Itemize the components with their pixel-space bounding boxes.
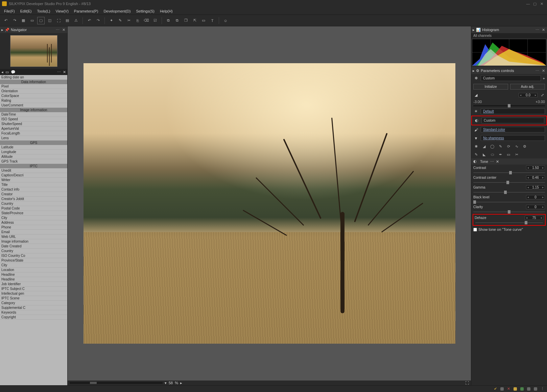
export-icon[interactable]: ⎘ xyxy=(134,17,141,24)
navigator-thumbnail[interactable] xyxy=(0,33,67,69)
info-icon[interactable]: ▤ xyxy=(64,17,71,24)
panel-close-icon[interactable]: ✕ xyxy=(541,28,546,32)
step-down-icon[interactable]: ◂ xyxy=(519,94,522,97)
compare-icon[interactable]: ▭ xyxy=(28,17,36,24)
tab-menu-icon[interactable]: ⋯ xyxy=(57,70,61,74)
menu-file[interactable]: File(F) xyxy=(1,8,18,14)
menu-help[interactable]: Help(H) xyxy=(157,8,175,14)
sharpen-icon[interactable]: ✎ xyxy=(498,144,503,149)
panel-menu-icon[interactable]: ⋯ xyxy=(535,69,540,73)
user-icon[interactable]: ☺ xyxy=(222,17,229,24)
collapse-icon[interactable]: ▸ xyxy=(1,28,3,32)
wedge-icon[interactable]: ◣ xyxy=(481,152,487,157)
tone-preset-dropdown[interactable]: Custom xyxy=(481,118,544,123)
status-menu-icon[interactable]: ⋮ xyxy=(541,387,544,391)
pen-icon[interactable]: ✒ xyxy=(498,152,503,157)
status-cancel-icon[interactable]: ✕ xyxy=(507,387,510,391)
lens-icon[interactable]: ⬭ xyxy=(490,152,495,157)
show-tone-checkbox-row[interactable]: Show tone on "Tone curve" xyxy=(471,226,547,233)
step-up-icon[interactable]: ▸ xyxy=(534,94,537,97)
curve-icon[interactable]: ◢ xyxy=(481,144,487,149)
close-button[interactable]: ✕ xyxy=(538,2,545,6)
expand-icon[interactable]: ⤢ xyxy=(540,92,545,98)
menu-view[interactable]: View(V) xyxy=(53,8,71,14)
mask-icon[interactable]: ▭ xyxy=(506,152,511,157)
maximize-button[interactable]: ▢ xyxy=(531,2,538,6)
image-canvas[interactable] xyxy=(68,26,471,381)
eyedrop-icon[interactable]: ✎ xyxy=(473,152,479,157)
status-dot-grey[interactable] xyxy=(500,387,504,391)
status-dot-yellow[interactable] xyxy=(514,387,517,391)
brush-tool-icon[interactable]: ✎ xyxy=(116,17,124,24)
black-level-slider[interactable] xyxy=(473,200,545,204)
show-tone-checkbox[interactable] xyxy=(473,228,477,231)
redo-icon[interactable]: ↷ xyxy=(94,17,102,24)
contrast-slider[interactable] xyxy=(473,171,545,174)
highlight-icon[interactable]: ✺ xyxy=(473,144,479,149)
panel-close-icon[interactable]: ✕ xyxy=(496,160,499,164)
undo-icon[interactable]: ↶ xyxy=(86,17,93,24)
collapse-icon[interactable]: ▸ xyxy=(473,69,475,73)
wb-dropdown[interactable]: Default xyxy=(481,108,545,114)
zoom-increase[interactable]: ▸ xyxy=(180,381,182,385)
contrast-stepper[interactable]: ◂1.50▸ xyxy=(526,166,545,170)
pin-icon[interactable]: 📌 xyxy=(5,28,9,32)
blur-icon[interactable]: ◯ xyxy=(490,144,495,149)
auto-adjust-button[interactable]: Auto adj. xyxy=(510,84,545,90)
panel-menu-icon[interactable]: ⋯ xyxy=(490,160,494,164)
clarity-slider[interactable] xyxy=(473,210,545,214)
fit-icon[interactable]: ⛶ xyxy=(465,381,469,385)
crop-icon[interactable]: ✂ xyxy=(514,152,519,157)
minimize-button[interactable]: — xyxy=(525,2,531,6)
collapse-icon[interactable]: ▸ xyxy=(473,28,475,32)
status-dot-green[interactable] xyxy=(520,387,524,391)
contrast-center-stepper[interactable]: ◂0.46▸ xyxy=(526,175,545,180)
trash-icon[interactable]: ⌫ xyxy=(143,17,150,24)
tab-close-icon[interactable]: ✕ xyxy=(63,70,66,74)
black-level-stepper[interactable]: ◂0▸ xyxy=(526,195,545,199)
fullscreen-icon[interactable]: ⛶ xyxy=(55,17,62,24)
sharpness-dropdown[interactable]: No sharpness xyxy=(481,135,545,141)
rotate-left-icon[interactable]: ↶ xyxy=(2,17,9,24)
panel-menu-icon[interactable]: ⋯ xyxy=(55,28,60,32)
clone-icon[interactable]: ❐ xyxy=(182,17,190,24)
single-view-icon[interactable]: ▢ xyxy=(37,17,45,24)
panel-close-icon[interactable]: ✕ xyxy=(541,69,546,73)
copy-icon[interactable]: ⧉ xyxy=(165,17,172,24)
preset-dropdown[interactable]: Custom xyxy=(481,75,541,81)
rotate-icon[interactable]: ⟳ xyxy=(506,144,511,149)
panel-close-icon[interactable]: ✕ xyxy=(62,28,66,32)
menu-tools[interactable]: Tools(L) xyxy=(34,8,53,14)
crop-tool-icon[interactable]: ✂ xyxy=(125,17,133,24)
menu-parameters[interactable]: Parameters(P) xyxy=(71,8,101,14)
add-preset-icon[interactable]: + xyxy=(543,76,545,80)
paste-icon[interactable]: ⧉ xyxy=(173,17,181,24)
tab-left-icon[interactable]: ◂ xyxy=(1,70,3,74)
preset-icon[interactable]: ▭ xyxy=(200,17,207,24)
zoom-decrease[interactable]: ▾ xyxy=(165,381,167,385)
histogram-channels[interactable]: All channels xyxy=(471,33,547,38)
share-icon[interactable]: ⇱ xyxy=(191,17,198,24)
dehaze-stepper[interactable]: ◂75▸ xyxy=(525,216,544,220)
dehaze-slider[interactable] xyxy=(475,221,543,224)
effect-icon[interactable]: ⚙ xyxy=(522,144,527,149)
text-tool-icon[interactable]: T xyxy=(209,17,216,24)
info-list[interactable]: Editing date an Data information Pixel O… xyxy=(0,75,67,385)
horizontal-scrollbar[interactable] xyxy=(70,382,163,384)
split-view-icon[interactable]: ◫ xyxy=(46,17,53,24)
tab-comment-icon[interactable]: 💬 xyxy=(11,70,16,74)
initialize-button[interactable]: Initialize xyxy=(473,84,508,90)
exposure-stepper[interactable]: ◂ 0.0 ▸ xyxy=(519,93,538,97)
gamma-stepper[interactable]: ◂1.15▸ xyxy=(526,185,545,190)
auto-tool-icon[interactable]: ✦ xyxy=(108,17,115,24)
grid-icon[interactable]: ▦ xyxy=(20,17,27,24)
warning-icon[interactable]: ⚠ xyxy=(72,17,80,24)
status-dot-grey2[interactable] xyxy=(527,387,530,391)
status-dot-grey3[interactable] xyxy=(534,387,537,391)
menu-edit[interactable]: Edit(E) xyxy=(18,8,34,14)
tab-folder-icon[interactable]: ▭ xyxy=(5,70,9,74)
status-check-icon[interactable]: ✔ xyxy=(494,387,497,391)
gamma-slider[interactable] xyxy=(473,191,545,194)
distort-icon[interactable]: ∿ xyxy=(514,144,519,149)
rotate-right-icon[interactable]: ↷ xyxy=(11,17,18,24)
